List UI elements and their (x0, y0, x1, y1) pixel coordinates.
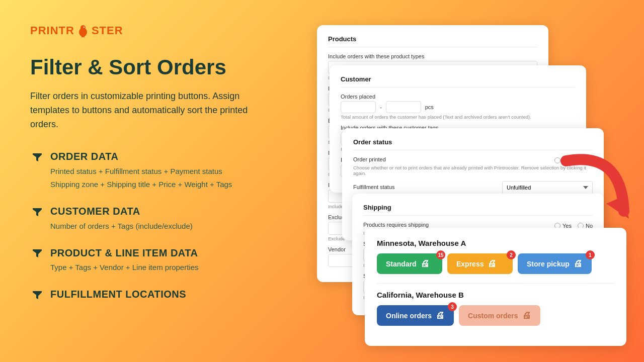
product-types-label: Include orders with these product types (328, 53, 506, 59)
orders-placed-sublabel: Total amount of orders the customer has … (341, 114, 575, 120)
custom-orders-button-label: Custom orders (468, 312, 518, 320)
page-title: Filter & Sort Orders (30, 55, 282, 79)
logo: PRINTR STER (30, 24, 282, 37)
standard-button-label: Standard (386, 260, 417, 268)
online-orders-badge: 3 (448, 302, 457, 311)
custom-orders-button[interactable]: Custom orders 🖨 (459, 305, 540, 326)
fulfillment-status-label: Fulfillment status (353, 184, 395, 190)
warehouse1-buttons-row: Standard 🖨 15 Express 🖨 2 Store pickup 🖨… (377, 253, 614, 274)
standard-badge: 15 (436, 250, 445, 259)
express-badge: 2 (507, 250, 516, 259)
orders-placed-to[interactable] (386, 101, 421, 113)
warehouse1-section: Minnesota, Warehouse A Standard 🖨 15 Exp… (377, 239, 614, 274)
feature-fulfillment-title: FULFILLMENT LOCATIONS (50, 289, 186, 300)
logo-rooster-icon (75, 24, 91, 37)
feature-fulfillment: FULFILLMENT LOCATIONS (30, 288, 282, 302)
feature-customer-data-line1: Number of orders + Tags (include/exclude… (50, 221, 282, 232)
warehouse2-name: California, Warehouse B (377, 291, 614, 299)
orders-placed-inputs: - pcs (341, 101, 575, 113)
feature-order-data-title: ORDER DATA (50, 151, 118, 162)
feature-order-data: ORDER DATA Printed status + Fulfillment … (30, 150, 282, 191)
feature-fulfillment-header: FULFILLMENT LOCATIONS (30, 288, 282, 302)
warehouse-divider (377, 283, 614, 284)
page-subtitle: Filter orders in customizable printing b… (30, 89, 262, 132)
features-list: ORDER DATA Printed status + Fulfillment … (30, 150, 282, 302)
pcs-label: pcs (425, 104, 434, 110)
filter-icon-customer (30, 205, 44, 219)
feature-order-data-line1: Printed status + Fulfillment status + Pa… (50, 166, 282, 177)
feature-order-data-header: ORDER DATA (30, 150, 282, 164)
order-printed-label: Order printed (353, 156, 386, 162)
warehouse1-name: Minnesota, Warehouse A (377, 239, 614, 247)
feature-product-data-title: PRODUCT & LINE ITEM DATA (50, 247, 198, 259)
store-pickup-print-icon: 🖨 (574, 258, 583, 269)
orders-placed-label: Orders placed (341, 94, 575, 100)
online-orders-button-label: Online orders (386, 312, 432, 320)
feature-customer-data: CUSTOMER DATA Number of orders + Tags (i… (30, 205, 282, 232)
svg-point-5 (84, 27, 85, 28)
feature-product-data-header: PRODUCT & LINE ITEM DATA (30, 246, 282, 260)
express-button[interactable]: Express 🖨 2 (447, 253, 513, 274)
customer-card-title: Customer (341, 75, 575, 87)
logo-text: PRINTR (30, 24, 74, 37)
express-print-icon: 🖨 (488, 258, 497, 269)
feature-product-data-line1: Type + Tags + Vendor + Line item propert… (50, 262, 282, 274)
logo-text2: STER (92, 24, 123, 37)
dash-separator: - (380, 104, 382, 110)
standard-print-icon: 🖨 (421, 258, 430, 269)
red-arrow (551, 146, 631, 226)
filter-icon-order (30, 150, 44, 164)
right-panel: Products Include orders with these produ… (302, 0, 644, 362)
store-pickup-badge: 1 (586, 250, 595, 259)
feature-order-data-line2: Shipping zone + Shipping title + Price +… (50, 179, 282, 191)
filter-icon-fulfillment (30, 288, 44, 302)
filter-icon-product (30, 246, 44, 260)
custom-orders-print-icon: 🖨 (522, 310, 531, 321)
requires-shipping-label: Products requires shipping (363, 222, 429, 228)
online-orders-button[interactable]: Online orders 🖨 3 (377, 305, 454, 326)
orders-placed-row: Orders placed - pcs Total amount of orde… (341, 94, 575, 120)
standard-button[interactable]: Standard 🖨 15 (377, 253, 442, 274)
card-buttons: Minnesota, Warehouse A Standard 🖨 15 Exp… (365, 228, 626, 346)
feature-customer-data-header: CUSTOMER DATA (30, 205, 282, 219)
express-button-label: Express (456, 260, 484, 268)
warehouse2-buttons-row: Online orders 🖨 3 Custom orders 🖨 (377, 305, 614, 326)
online-orders-print-icon: 🖨 (436, 310, 445, 321)
orders-placed-from[interactable] (341, 101, 376, 113)
feature-product-data: PRODUCT & LINE ITEM DATA Type + Tags + V… (30, 246, 282, 274)
store-pickup-button[interactable]: Store pickup 🖨 1 (518, 253, 592, 274)
products-card-title: Products (328, 35, 537, 47)
feature-customer-data-title: CUSTOMER DATA (50, 206, 140, 217)
store-pickup-button-label: Store pickup (527, 260, 570, 268)
left-panel: PRINTR STER Filter & Sort Orders Filter … (0, 0, 312, 362)
warehouse2-section: California, Warehouse B Online orders 🖨 … (377, 291, 614, 326)
